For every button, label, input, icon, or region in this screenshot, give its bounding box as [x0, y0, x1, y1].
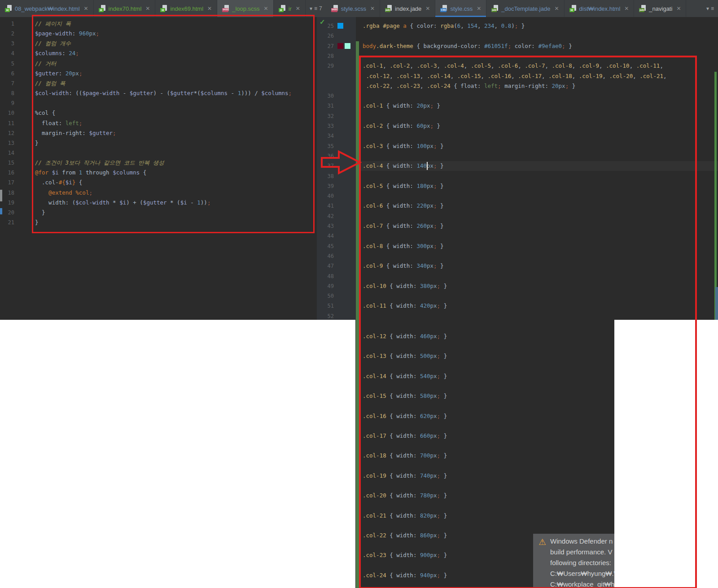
- line-number: 21: [3, 218, 14, 227]
- line-number: 28: [321, 51, 334, 61]
- color-preview-swatch[interactable]: [337, 43, 343, 49]
- close-icon[interactable]: ✕: [145, 5, 150, 12]
- sass-badge: SASS: [222, 8, 228, 12]
- jade-badge: jade: [639, 8, 644, 12]
- code-token: color:: [511, 43, 538, 49]
- html-badge: H: [160, 8, 165, 12]
- tab-list-icon: ≡: [711, 5, 714, 12]
- close-icon[interactable]: ✕: [624, 5, 629, 12]
- code-token: 0.8: [501, 22, 512, 29]
- close-icon[interactable]: ✕: [84, 5, 88, 12]
- html-file-icon: H: [99, 5, 106, 12]
- code-line[interactable]: body.dark-theme { background-color: #610…: [363, 41, 572, 51]
- line-number: 6: [3, 69, 14, 78]
- line-number: 40: [321, 191, 334, 201]
- line-number: 48: [321, 271, 334, 281]
- scrollbar-thumb[interactable]: [715, 287, 718, 320]
- close-icon[interactable]: ✕: [676, 5, 681, 12]
- line-number: 3: [3, 39, 14, 48]
- code-token: #61051f: [484, 43, 508, 49]
- white-mask-left: [0, 320, 355, 588]
- line-number: 29: [321, 61, 334, 71]
- close-icon[interactable]: ✕: [296, 5, 300, 12]
- sass-file-icon: SASS: [222, 5, 229, 12]
- line-number: 47: [321, 261, 334, 271]
- tab-label: _loop.scss: [232, 5, 259, 12]
- annotation-box-left: [32, 15, 315, 233]
- tab-list-icon: ≡: [314, 5, 317, 12]
- html-badge: H: [569, 8, 574, 12]
- code-token: ;: [562, 43, 565, 49]
- tab--navigati[interactable]: jade_navigati✕: [634, 0, 686, 17]
- code-token: 234: [484, 22, 495, 29]
- close-icon[interactable]: ✕: [554, 5, 559, 12]
- line-number: 17: [3, 178, 14, 187]
- line-number: 2: [3, 29, 14, 39]
- code-token: .rgba #page: [363, 22, 400, 29]
- line-number: 12: [3, 128, 14, 138]
- line-number: 49: [321, 281, 334, 291]
- tab-label: index.jade: [395, 5, 421, 12]
- tab-label: ir: [289, 5, 292, 12]
- html-badge: H: [5, 8, 10, 12]
- line-number: 10: [3, 108, 14, 118]
- error-stripe-added-marker[interactable]: [714, 72, 717, 320]
- line-number: 19: [3, 198, 14, 208]
- html-file-icon: H: [5, 5, 12, 12]
- line-number: 30: [321, 91, 334, 101]
- close-icon[interactable]: ✕: [207, 5, 212, 12]
- tab-label: style.css: [450, 5, 473, 12]
- html-file-icon: H: [160, 5, 167, 12]
- line-number: 31: [321, 101, 334, 111]
- line-number: 32: [321, 111, 334, 121]
- code-token: { color:: [407, 22, 440, 29]
- line-number: 34: [321, 131, 334, 141]
- line-number: 4: [3, 48, 14, 58]
- line-number: 42: [321, 211, 334, 221]
- css-badge: CSS: [440, 8, 446, 12]
- line-number: 11: [3, 118, 14, 128]
- tab-label: style.scss: [341, 5, 366, 12]
- line-number: 5: [3, 59, 14, 69]
- close-icon[interactable]: ✕: [370, 5, 375, 12]
- line-number: 7: [3, 78, 14, 88]
- tab-index-jade[interactable]: jadeindex.jade✕: [380, 0, 435, 17]
- line-number: 1: [3, 19, 14, 29]
- tab-bar-far-right-controls[interactable]: ▾≡: [702, 0, 718, 17]
- color-preview-swatch[interactable]: [337, 23, 343, 29]
- tab--doctemplate-jade[interactable]: jade_docTemplate.jade✕: [486, 0, 564, 17]
- chevron-down-icon: ▾: [706, 5, 709, 12]
- line-number: 51: [321, 301, 334, 311]
- code-token: (: [454, 22, 457, 29]
- left-edge-marker-grey: [0, 190, 2, 201]
- tab-style-scss[interactable]: SASSstyle.scss✕: [326, 0, 380, 17]
- html-file-icon: H: [569, 5, 577, 12]
- jade-file-icon: jade: [639, 5, 646, 12]
- line-number: 14: [3, 148, 14, 158]
- line-number: 15: [3, 158, 14, 168]
- code-token: #9efae0: [538, 43, 562, 49]
- code-token: ,: [477, 22, 484, 29]
- code-token: ): [511, 22, 515, 29]
- line-number: 26: [321, 31, 334, 41]
- sass-badge: SASS: [331, 8, 337, 12]
- tab-label: index70.html: [109, 5, 142, 12]
- html-file-icon: H: [279, 5, 286, 12]
- hidden-tabs-count: 7: [319, 5, 322, 12]
- code-token: body: [363, 43, 376, 49]
- jade-file-icon: jade: [385, 5, 392, 12]
- line-number: 16: [3, 168, 14, 178]
- color-preview-swatch[interactable]: [345, 43, 350, 49]
- close-icon[interactable]: ✕: [477, 5, 481, 12]
- tab-style-css[interactable]: CSSstyle.css✕: [435, 0, 486, 17]
- code-line[interactable]: .rgba #page a { color: rgba(6, 154, 234,…: [363, 21, 525, 31]
- tab-label: dist₩index.html: [579, 5, 621, 12]
- code-token: 154: [467, 22, 477, 29]
- tab-dist-index-html[interactable]: Hdist₩index.html✕: [565, 0, 635, 17]
- line-number: 46: [321, 251, 334, 261]
- close-icon[interactable]: ✕: [264, 5, 268, 12]
- line-number: 27: [321, 41, 334, 51]
- jade-file-icon: jade: [491, 5, 499, 12]
- close-icon[interactable]: ✕: [425, 5, 430, 12]
- sass-file-icon: SASS: [331, 5, 338, 12]
